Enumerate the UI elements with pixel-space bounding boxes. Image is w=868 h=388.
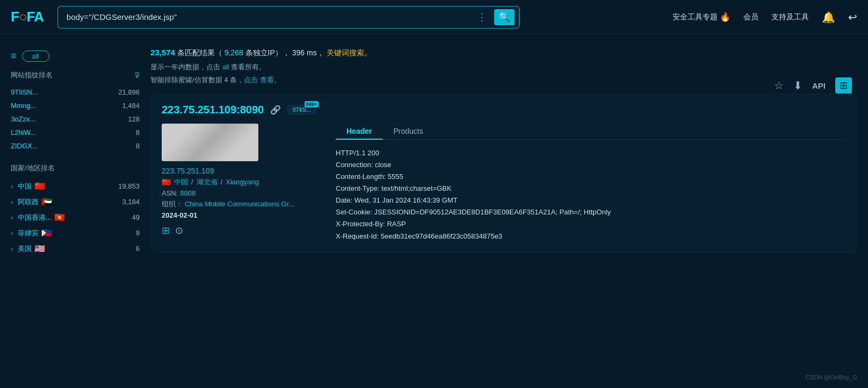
ip-info-date: 2024-02-01 bbox=[162, 211, 323, 219]
org-link[interactable]: China Mobile Communications Gr... bbox=[185, 200, 294, 208]
tab-products[interactable]: Products bbox=[382, 124, 433, 140]
flag-china: 🇨🇳 bbox=[34, 181, 45, 191]
http-line: Set-Cookie: JSESSIONID=DF90512AE3DE8D1BF… bbox=[336, 206, 846, 218]
sidebar: ≡ all 网站指纹排名 ⊽ 9TIiSN...21,896 Mmng...1,… bbox=[11, 45, 140, 388]
ip-info-location: 🇨🇳 中国 / 湖北省 / Xiangyang bbox=[162, 177, 323, 187]
result-actions: ☆ ⬇ API ⊞ bbox=[774, 77, 852, 94]
header: F○FA ⋮ 🔍 安全工具专题 🔥 会员 支持及工具 🔔 ↩ bbox=[0, 0, 868, 34]
search-input[interactable] bbox=[62, 12, 475, 21]
filter-icon[interactable]: ≡ bbox=[11, 51, 17, 62]
star-icon[interactable]: ☆ bbox=[774, 79, 784, 92]
http-line: HTTP/1.1 200 bbox=[336, 147, 846, 159]
ip-info-ip[interactable]: 223.75.251.109 bbox=[162, 167, 323, 175]
download-icon[interactable]: ⬇ bbox=[793, 79, 802, 92]
fingerprint-filter-icon[interactable]: ⊽ bbox=[134, 71, 140, 80]
ip-info-asn: ASN: 9808 bbox=[162, 189, 323, 197]
location-flag: 🇨🇳 bbox=[162, 178, 171, 186]
search-button[interactable]: 🔍 bbox=[494, 9, 515, 25]
card-left: 223.75.251.109 🇨🇳 中国 / 湖北省 / Xiangyang A… bbox=[162, 124, 323, 242]
country-link[interactable]: 中国 bbox=[174, 177, 188, 187]
screenshot bbox=[162, 124, 258, 161]
nav-security-tools[interactable]: 安全工具专题 🔥 bbox=[672, 12, 730, 22]
list-item[interactable]: ZIDGX...8 bbox=[11, 139, 140, 153]
list-item[interactable]: 3oZzx...128 bbox=[11, 112, 140, 126]
card-header: 223.75.251.109:8090 🔗 9TIiS... 999+ bbox=[162, 104, 846, 116]
chevron-icon: › bbox=[11, 245, 13, 253]
list-item[interactable]: › 中国 🇨🇳 19,853 bbox=[11, 178, 140, 194]
province-link[interactable]: 湖北省 bbox=[197, 177, 218, 187]
content-wrap: ≡ all 网站指纹排名 ⊽ 9TIiSN...21,896 Mmng...1,… bbox=[0, 34, 868, 388]
nav: 安全工具专题 🔥 会员 支持及工具 🔔 ↩ bbox=[672, 11, 857, 24]
fire-icon: 🔥 bbox=[720, 12, 730, 22]
country-list: › 中国 🇨🇳 19,853 › 阿联酋 🇦🇪 3,184 bbox=[11, 178, 140, 256]
tab-header[interactable]: Header bbox=[336, 124, 382, 140]
ip-count: 9,268 bbox=[225, 48, 243, 57]
card-body: 223.75.251.109 🇨🇳 中国 / 湖北省 / Xiangyang A… bbox=[162, 124, 846, 242]
link-icon[interactable]: 🔗 bbox=[270, 105, 281, 115]
api-label[interactable]: API bbox=[812, 81, 826, 90]
flag-ph: 🇵🇭 bbox=[41, 228, 52, 238]
list-item[interactable]: › 中国香港... 🇭🇰 49 bbox=[11, 210, 140, 225]
ip-info-org: 组织： China Mobile Communications Gr... bbox=[162, 199, 323, 209]
plus-badge: 999+ bbox=[305, 101, 319, 107]
result-card: 223.75.251.109:8090 🔗 9TIiS... 999+ 223.… bbox=[150, 94, 857, 253]
http-info: HTTP/1.1 200 Connection: close Content-L… bbox=[336, 147, 846, 242]
chevron-icon: › bbox=[11, 214, 13, 221]
shield-icon[interactable]: ⊙ bbox=[175, 225, 183, 236]
list-item[interactable]: › 菲律宾 🇵🇭 9 bbox=[11, 225, 140, 241]
tag-badge[interactable]: 9TIiS... 999+ bbox=[287, 105, 316, 114]
notification-icon[interactable]: 🔔 bbox=[822, 11, 835, 24]
tabs: Header Products bbox=[336, 124, 846, 140]
all-badge[interactable]: all bbox=[22, 51, 49, 62]
http-line: Content-Length: 5555 bbox=[336, 171, 846, 183]
ip-port[interactable]: 223.75.251.109:8090 bbox=[162, 104, 264, 116]
http-line: X-Request-Id: 5eedb31ec97d46ea86f23c0583… bbox=[336, 231, 846, 242]
fingerprint-list: 9TIiSN...21,896 Mmng...1,484 3oZzx...128… bbox=[11, 85, 140, 153]
logo[interactable]: F○FA bbox=[11, 9, 44, 25]
chevron-icon: › bbox=[11, 198, 13, 206]
search-bar: ⋮ 🔍 bbox=[57, 6, 519, 28]
http-line: X-Protected-By: RASP bbox=[336, 218, 846, 230]
http-line: Date: Wed, 31 Jan 2024 16:43:39 GMT bbox=[336, 195, 846, 206]
chevron-icon: › bbox=[11, 183, 13, 190]
list-item[interactable]: › 美国 🇺🇸 6 bbox=[11, 241, 140, 256]
country-title: 国家/地区排名 bbox=[11, 163, 140, 173]
fingerprint-title: 网站指纹排名 ⊽ bbox=[11, 70, 140, 80]
city-link[interactable]: Xiangyang bbox=[226, 178, 258, 186]
asn-link[interactable]: 9808 bbox=[180, 189, 196, 197]
user-icon[interactable]: ↩ bbox=[848, 11, 857, 24]
view-link[interactable]: 点击 查看。 bbox=[244, 76, 281, 84]
search-icons: ⋮ 🔍 bbox=[475, 9, 515, 25]
code-icon[interactable]: ⊞ bbox=[162, 225, 170, 236]
search-options-button[interactable]: ⋮ bbox=[475, 10, 489, 24]
flag-us: 🇺🇸 bbox=[34, 243, 45, 254]
list-item[interactable]: 9TIiSN...21,896 bbox=[11, 85, 140, 99]
http-line: Connection: close bbox=[336, 159, 846, 171]
list-item[interactable]: L2hiW...8 bbox=[11, 126, 140, 139]
flag-hk: 🇭🇰 bbox=[54, 212, 65, 222]
card-action-icons: ⊞ ⊙ bbox=[162, 225, 323, 236]
http-line: Content-Type: text/html;charset=GBK bbox=[336, 183, 846, 195]
main: 23,574 条匹配结果（ 9,268 条独立IP）， 396 ms， 关键词搜… bbox=[150, 45, 857, 388]
list-item[interactable]: › 阿联酋 🇦🇪 3,184 bbox=[11, 194, 140, 210]
result-meta: 23,574 条匹配结果（ 9,268 条独立IP）， 396 ms， 关键词搜… bbox=[150, 45, 857, 87]
total-count: 23,574 bbox=[150, 48, 175, 57]
nav-membership[interactable]: 会员 bbox=[743, 12, 758, 22]
list-item[interactable]: Mmng...1,484 bbox=[11, 99, 140, 112]
card-right: Header Products HTTP/1.1 200 Connection:… bbox=[336, 124, 846, 242]
chevron-icon: › bbox=[11, 229, 13, 237]
keyword-search-link[interactable]: 关键词搜索。 bbox=[327, 48, 372, 57]
sidebar-filter-row: ≡ all bbox=[11, 51, 140, 62]
flag-uae: 🇦🇪 bbox=[41, 197, 52, 207]
all-link[interactable]: all bbox=[222, 63, 229, 71]
nav-support-tools[interactable]: 支持及工具 bbox=[771, 12, 809, 22]
grid-toggle-button[interactable]: ⊞ bbox=[835, 77, 852, 94]
